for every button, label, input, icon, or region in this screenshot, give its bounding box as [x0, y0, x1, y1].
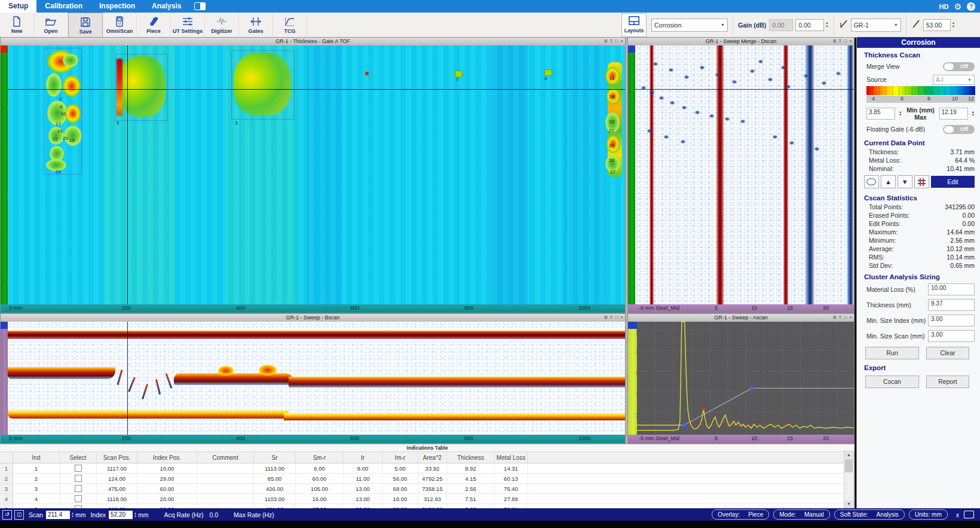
bscan-y-ruler[interactable]: 20 mm Steel_Mid -505 — [1, 322, 8, 435]
max-spinner[interactable]: ▲▼ — [972, 111, 975, 117]
select-checkbox[interactable] — [75, 465, 82, 472]
min-spinner[interactable]: ▲▼ — [899, 111, 902, 117]
column-header[interactable]: Ir — [344, 452, 382, 463]
bscan-titlebar[interactable]: GR-1 - Sweep - Bscan BT□× — [1, 314, 625, 322]
close-app-label[interactable]: x — [956, 511, 959, 518]
select-checkbox[interactable] — [75, 485, 82, 492]
reset-position-icon[interactable]: ↺ — [2, 510, 12, 520]
angle-value-field[interactable]: 53.00 — [923, 19, 951, 31]
cluster-input-field[interactable]: 9.37 — [928, 299, 975, 311]
maximize-icon[interactable]: □ — [844, 38, 847, 45]
column-header[interactable]: Thickness — [447, 452, 495, 463]
close-icon[interactable]: × — [620, 38, 623, 45]
select-checkbox[interactable] — [75, 475, 82, 482]
dscan-plot[interactable] — [635, 45, 854, 304]
column-header[interactable]: Sm-r — [296, 452, 344, 463]
column-header[interactable]: Metal Loss — [495, 452, 528, 463]
close-icon[interactable]: × — [620, 314, 623, 321]
column-header[interactable]: Ind — [13, 452, 60, 463]
group-select[interactable]: GR-1▼ — [851, 19, 901, 32]
settings-gear-icon[interactable]: ⚙ — [954, 2, 961, 11]
dscan-y-ruler[interactable]: 50100150200250 — [628, 45, 635, 304]
column-header[interactable]: Sr — [254, 452, 296, 463]
column-header[interactable]: Select — [60, 452, 97, 463]
ut-settings-button[interactable]: UT Settings — [171, 13, 205, 36]
select-cell[interactable] — [60, 463, 97, 473]
layout-preset-select[interactable]: Corrosion▼ — [651, 19, 728, 32]
column-header[interactable]: Scan Pos. — [97, 452, 137, 463]
previous-point-button[interactable]: ▲ — [881, 175, 896, 188]
pin-icon[interactable]: T — [839, 38, 842, 45]
column-header[interactable]: Index Pos. — [137, 452, 197, 463]
cscan-crosshair-h[interactable] — [8, 89, 625, 90]
bscan-x-ruler[interactable]: 0 mm2004006008001000 — [1, 435, 625, 443]
table-scrollbar[interactable]: ▲ ▼ — [844, 451, 854, 508]
tab-inspection[interactable]: Inspection — [91, 0, 143, 13]
table-row[interactable]: 441118.0020.001103.0016.0013.0016.00312.… — [0, 494, 855, 504]
cscan-titlebar[interactable]: GR-1 - Thickness - Gate A TOF BT□× — [1, 38, 625, 46]
index-spinner[interactable]: ▲▼ — [134, 512, 137, 518]
min-thickness-field[interactable]: 3.85 — [866, 108, 895, 120]
tab-setup[interactable]: Setup — [0, 0, 36, 13]
dscan-titlebar[interactable]: GR-1 - Sweep Merge - Dscan BT□× — [628, 38, 854, 46]
cluster-input-field[interactable]: 3.00 — [928, 330, 975, 342]
pin-icon[interactable]: T — [839, 314, 842, 321]
header-corner[interactable] — [0, 452, 13, 463]
column-header[interactable]: Comment — [197, 452, 254, 463]
scan-spinner[interactable]: ▲▼ — [71, 512, 74, 518]
max-thickness-field[interactable]: 12.19 — [939, 108, 968, 120]
open-button[interactable]: Open — [34, 13, 68, 36]
indications-table-header[interactable]: IndSelectScan Pos.Index Pos.CommentSrSm-… — [0, 452, 855, 463]
edit-button[interactable]: Edit — [931, 176, 975, 188]
minimize-icon[interactable]: B — [833, 314, 836, 321]
source-select[interactable]: A-I▼ — [933, 75, 975, 85]
select-cell[interactable] — [60, 494, 97, 503]
maximize-icon[interactable]: □ — [615, 38, 618, 45]
next-point-button[interactable]: ▼ — [898, 175, 912, 188]
pin-icon[interactable]: T — [610, 38, 613, 45]
select-indication-button[interactable] — [864, 175, 879, 188]
tcg-button[interactable]: TCG — [273, 13, 307, 36]
floating-gate-toggle[interactable]: Off — [943, 125, 975, 134]
ascan-titlebar[interactable]: GR-1 - Sweep - Ascan BT□× — [628, 314, 854, 322]
scrollbar-thumb[interactable] — [845, 459, 853, 472]
piece-button[interactable]: Piece — [137, 13, 171, 36]
index-position-field[interactable]: 52.20 — [109, 511, 133, 519]
close-icon[interactable]: × — [849, 314, 852, 321]
dscan-crosshair-h[interactable] — [635, 89, 854, 90]
ascan-y-ruler[interactable]: 100806040200 % — [628, 322, 637, 435]
table-row[interactable]: 33475.0060.00426.00105.0013.0068.007358.… — [0, 484, 855, 494]
table-row[interactable]: 22124.0029.0085.0060.0011.0056.004792.25… — [0, 474, 855, 484]
cscan-x-ruler[interactable]: 0 mm2004006008001000 — [1, 304, 625, 313]
angle-spinner[interactable]: ▲▼ — [952, 22, 955, 28]
table-row[interactable]: 111117.0010.001113.006.008.005.0033.928.… — [0, 463, 855, 474]
maximize-icon[interactable]: □ — [615, 314, 618, 321]
cluster-input-field[interactable]: 10.00 — [928, 283, 975, 295]
tab-analysis[interactable]: Analysis — [143, 0, 189, 13]
minimize-icon[interactable]: B — [604, 314, 607, 321]
select-cell[interactable] — [60, 474, 97, 483]
digitizer-button[interactable]: Digitizer — [205, 13, 239, 36]
scroll-down-icon[interactable]: ▼ — [844, 500, 853, 508]
save-button[interactable]: Save — [68, 13, 103, 38]
cscan-plot[interactable]: 2410171922201523537814181321242627 — [8, 45, 625, 304]
window-layout-icon[interactable] — [194, 2, 206, 10]
bscan-crosshair-v[interactable] — [127, 322, 128, 435]
scan-position-field[interactable]: 211.4 — [46, 511, 70, 519]
cscan-crosshair-v[interactable] — [127, 45, 128, 304]
column-header[interactable]: Area^2 — [418, 452, 447, 463]
scroll-up-icon[interactable]: ▲ — [844, 451, 853, 459]
clear-button[interactable]: Clear — [926, 347, 969, 359]
new-button[interactable]: New — [0, 13, 34, 36]
cscan-y-ruler[interactable]: 50100150200250 — [1, 45, 8, 304]
select-checkbox[interactable] — [75, 495, 82, 502]
export-report-button[interactable]: Report — [926, 376, 969, 388]
ascan-plot[interactable] — [637, 322, 854, 435]
grid-tool-button[interactable] — [914, 175, 929, 188]
bscan-plot[interactable] — [8, 322, 625, 435]
minimize-icon[interactable]: B — [833, 38, 836, 45]
select-cell[interactable] — [60, 484, 97, 493]
maximize-icon[interactable]: □ — [844, 314, 847, 321]
export-cscan-button[interactable]: Cscan — [865, 376, 919, 388]
help-icon[interactable]: ? — [967, 2, 975, 11]
